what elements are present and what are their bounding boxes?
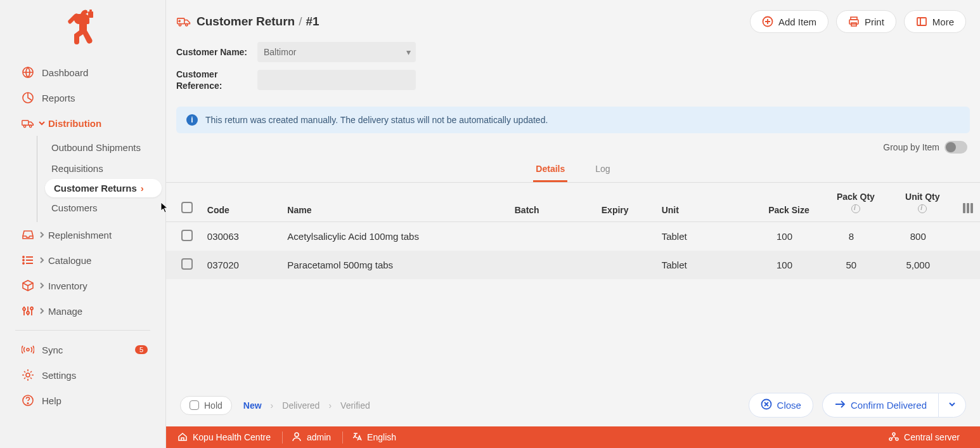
user-icon xyxy=(292,432,302,444)
col-pack-qty[interactable]: Pack Qty xyxy=(822,183,889,222)
svg-rect-1 xyxy=(89,10,92,11)
nav-reports[interactable]: Reports xyxy=(0,85,165,110)
col-name[interactable]: Name xyxy=(281,183,508,222)
nav-catalogue[interactable]: Catalogue xyxy=(0,247,165,273)
tab-log[interactable]: Log xyxy=(593,159,612,182)
add-item-button[interactable]: Add Item xyxy=(750,10,828,33)
nav-inventory[interactable]: Inventory xyxy=(0,273,165,298)
language-indicator[interactable]: English xyxy=(352,432,408,444)
col-batch[interactable]: Batch xyxy=(508,183,595,222)
chevron-right-icon: › xyxy=(328,400,332,411)
pie-icon xyxy=(22,91,34,104)
svg-point-8 xyxy=(23,260,24,261)
nav-label: Manage xyxy=(48,306,82,317)
nav-sync[interactable]: Sync 5 xyxy=(0,337,165,362)
nav-distribution[interactable]: Distribution xyxy=(0,110,165,136)
chevron-right-icon: › xyxy=(271,400,274,411)
svg-point-14 xyxy=(26,373,30,377)
nav-requisitions[interactable]: Requisitions xyxy=(37,158,165,179)
nav-customers[interactable]: Customers xyxy=(37,197,165,218)
home-icon xyxy=(177,432,188,444)
info-banner: i This return was created manually. The … xyxy=(176,107,970,133)
cell-unit: Tablet xyxy=(655,251,756,279)
nav-outbound-shipments[interactable]: Outbound Shipments xyxy=(37,137,165,158)
user-indicator[interactable]: admin xyxy=(292,432,343,444)
svg-rect-0 xyxy=(88,11,93,18)
nav-label: Replenishment xyxy=(48,230,112,240)
sidebar: Dashboard Reports Distribution Outbound … xyxy=(0,0,166,448)
cell-name: Acetylsalicylic Acid 100mg tabs xyxy=(281,222,508,251)
group-by-item-toggle[interactable] xyxy=(945,141,967,154)
svg-rect-24 xyxy=(917,18,926,25)
chevron-down-icon xyxy=(38,118,47,129)
cell-expiry xyxy=(595,251,655,279)
print-button[interactable]: Print xyxy=(836,10,896,33)
close-circle-icon xyxy=(761,399,772,412)
cell-expiry xyxy=(595,222,655,251)
customer-name-select[interactable]: Baltimor ▾ xyxy=(257,42,416,62)
nav-manage[interactable]: Manage xyxy=(0,298,165,324)
col-unit[interactable]: Unit xyxy=(655,183,756,222)
info-icon xyxy=(851,204,860,213)
select-all-checkbox[interactable] xyxy=(181,202,193,213)
button-label: Confirm Delivered xyxy=(851,400,927,411)
row-checkbox[interactable] xyxy=(181,230,193,241)
bottom-bar: Kopu Health Centre admin English Central… xyxy=(166,426,980,448)
tab-details[interactable]: Details xyxy=(533,159,567,182)
confirm-split-button[interactable] xyxy=(938,393,966,418)
gear-icon xyxy=(22,369,34,381)
cube-icon xyxy=(22,279,34,292)
title-separator: / xyxy=(299,15,302,29)
customer-ref-input[interactable] xyxy=(257,70,416,90)
close-button[interactable]: Close xyxy=(749,393,813,418)
hold-toggle[interactable]: Hold xyxy=(180,396,232,415)
col-unit-qty[interactable]: Unit Qty xyxy=(889,183,956,222)
nav-label: Inventory xyxy=(48,280,87,291)
facility-indicator[interactable]: Kopu Health Centre xyxy=(177,432,283,444)
chevron-down-icon xyxy=(948,400,957,411)
columns-icon xyxy=(963,203,973,213)
form-area: Customer Name: Baltimor ▾ Customer Refer… xyxy=(166,38,980,103)
table-row[interactable]: 030063 Acetylsalicylic Acid 100mg tabs T… xyxy=(166,222,980,251)
svg-rect-4 xyxy=(22,121,29,126)
nav-settings[interactable]: Settings xyxy=(0,362,165,388)
nav-replenishment[interactable]: Replenishment xyxy=(0,222,165,247)
info-icon xyxy=(918,204,927,213)
info-icon: i xyxy=(186,114,198,126)
nav-dashboard[interactable]: Dashboard xyxy=(0,60,165,85)
facility-name: Kopu Health Centre xyxy=(193,432,271,442)
confirm-delivered-button[interactable]: Confirm Delivered xyxy=(822,393,938,418)
status-new: New xyxy=(243,400,262,411)
server-indicator[interactable]: Central server xyxy=(889,432,960,444)
nav: Dashboard Reports Distribution Outbound … xyxy=(0,57,165,448)
page-header: Customer Return / #1 Add Item Print More xyxy=(166,0,980,38)
nav-label: Catalogue xyxy=(48,255,91,266)
nav-help[interactable]: Help xyxy=(0,388,165,413)
inbox-icon xyxy=(22,228,34,241)
truck-return-icon xyxy=(176,15,191,28)
row-checkbox[interactable] xyxy=(181,258,193,270)
column-settings-button[interactable] xyxy=(956,183,980,222)
nav-label: Distribution xyxy=(48,118,101,129)
svg-point-27 xyxy=(893,433,895,435)
nav-customer-returns[interactable]: Customer Returns › xyxy=(45,179,162,197)
col-pack-size[interactable]: Pack Size xyxy=(756,183,822,222)
table-row[interactable]: 037020 Paracetamol 500mg tabs Tablet 100… xyxy=(166,251,980,279)
button-label: Add Item xyxy=(778,16,816,27)
tabs: Details Log xyxy=(166,155,980,183)
hold-checkbox[interactable] xyxy=(190,400,199,410)
globe-icon xyxy=(22,66,34,79)
svg-point-16 xyxy=(27,403,29,404)
arrow-right-icon xyxy=(834,400,846,411)
group-by-item-label: Group by Item xyxy=(883,142,939,152)
cell-batch xyxy=(508,222,595,251)
col-code[interactable]: Code xyxy=(201,183,281,222)
sliders-icon xyxy=(22,305,34,317)
truck-icon xyxy=(22,117,34,129)
status-delivered: Delivered xyxy=(282,400,319,411)
nav-label: Sync xyxy=(42,345,63,355)
more-button[interactable]: More xyxy=(904,10,966,33)
panel-icon xyxy=(916,16,927,27)
col-expiry[interactable]: Expiry xyxy=(595,183,655,222)
customer-ref-label: Customer Reference: xyxy=(176,69,257,91)
